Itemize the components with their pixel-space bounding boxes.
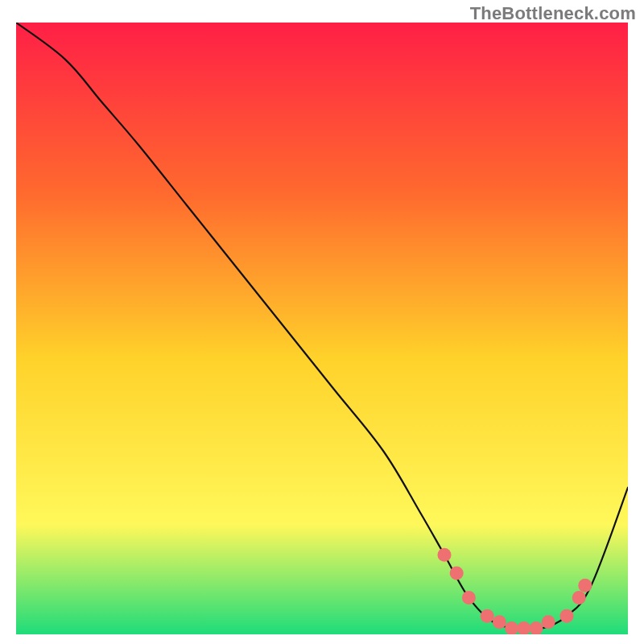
highlight-dot [481,609,494,623]
highlight-dot [462,591,476,605]
highlight-dot [578,579,592,592]
highlight-dot [572,591,586,605]
highlight-dot [450,567,464,580]
highlight-dot [438,548,452,562]
watermark-text: TheBottleneck.com [470,3,636,24]
chart-stage: TheBottleneck.com [0,0,644,644]
gradient-background [16,23,628,634]
highlight-dot [542,615,555,629]
highlight-dot [560,609,574,623]
plot-area [16,23,628,634]
highlight-dot [493,615,506,629]
chart-svg [16,23,628,634]
